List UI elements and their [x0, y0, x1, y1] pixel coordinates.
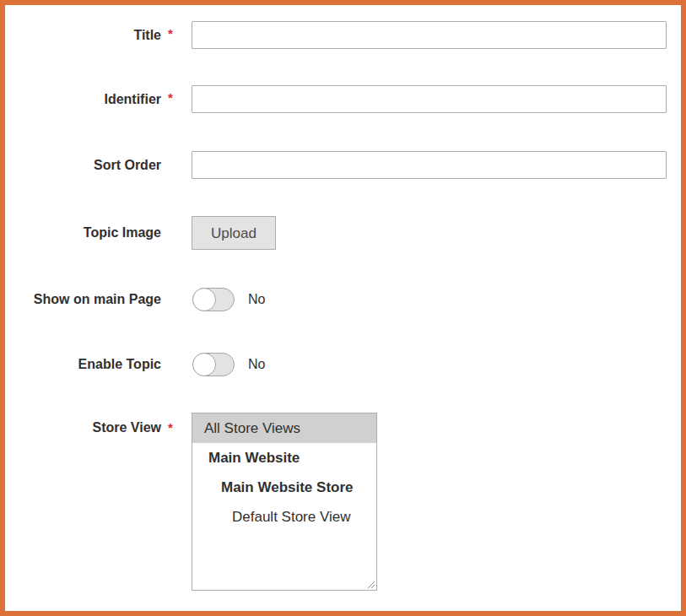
- form-row-store-view: Store View * All Store Views Main Websit…: [5, 413, 681, 591]
- show-on-main-page-toggle[interactable]: [192, 288, 235, 311]
- form-row-topic-image: Topic Image Upload: [5, 216, 681, 250]
- identifier-required-asterisk: *: [168, 90, 173, 105]
- store-view-label: Store View: [5, 413, 161, 442]
- enable-topic-state: No: [248, 357, 265, 372]
- store-view-option-all-store-views[interactable]: All Store Views: [192, 413, 376, 443]
- toggle-knob: [192, 288, 216, 311]
- title-label: Title: [5, 27, 161, 44]
- sort-order-label: Sort Order: [5, 157, 161, 174]
- resize-grip-icon[interactable]: [366, 580, 375, 589]
- identifier-label: Identifier: [5, 91, 161, 108]
- title-required-asterisk: *: [168, 26, 173, 41]
- store-view-option-main-website-store[interactable]: Main Website Store: [192, 473, 376, 502]
- enable-topic-label: Enable Topic: [5, 356, 161, 373]
- topic-image-label: Topic Image: [5, 224, 161, 241]
- form-row-enable-topic: Enable Topic No: [5, 353, 681, 376]
- topic-edit-form: Title * Identifier * Sort Order Topic Im…: [0, 0, 686, 616]
- store-view-option-default-store-view[interactable]: Default Store View: [192, 502, 376, 532]
- form-row-sort-order: Sort Order: [5, 151, 681, 179]
- form-row-show-on-main-page: Show on main Page No: [5, 288, 681, 311]
- store-view-option-main-website[interactable]: Main Website: [192, 443, 376, 473]
- store-view-required-asterisk: *: [168, 420, 173, 435]
- store-view-select[interactable]: All Store Views Main Website Main Websit…: [192, 413, 377, 591]
- show-on-main-page-state: No: [248, 292, 265, 307]
- sort-order-input[interactable]: [192, 151, 667, 179]
- enable-topic-toggle[interactable]: [192, 353, 235, 376]
- show-on-main-page-label: Show on main Page: [5, 291, 161, 308]
- form-row-title: Title *: [5, 21, 681, 49]
- toggle-knob: [192, 353, 216, 376]
- title-input[interactable]: [192, 21, 667, 49]
- upload-button[interactable]: Upload: [192, 216, 276, 250]
- identifier-input[interactable]: [192, 85, 667, 113]
- form-row-identifier: Identifier *: [5, 85, 681, 113]
